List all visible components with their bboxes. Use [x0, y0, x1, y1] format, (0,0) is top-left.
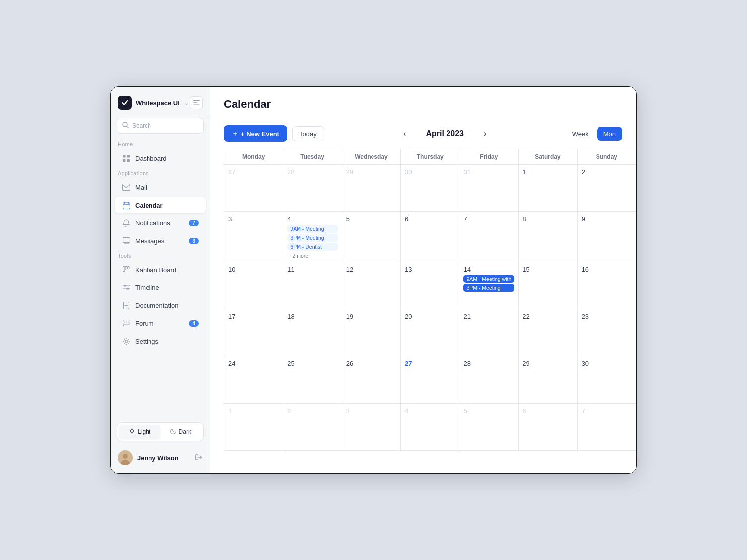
new-event-button[interactable]: ＋ + New Event	[224, 125, 287, 142]
calendar-day-cell[interactable]: 31	[459, 165, 519, 212]
calendar-day-cell[interactable]: 3	[342, 404, 401, 451]
calendar-day-cell[interactable]: 5	[342, 212, 401, 262]
day-number: 22	[523, 313, 573, 320]
svg-rect-2	[193, 105, 200, 106]
notifications-badge: 7	[189, 220, 199, 226]
calendar-day-cell[interactable]: 49AM - Meeting3PM - Meeting6PM - Dentist…	[283, 212, 342, 262]
day-number: 15	[523, 266, 573, 273]
day-number: 1	[228, 407, 279, 415]
day-number: 17	[228, 313, 279, 320]
calendar-day-cell[interactable]: 30	[401, 165, 459, 212]
doc-icon	[122, 301, 131, 310]
avatar	[118, 450, 133, 465]
calendar-day-cell[interactable]: 28	[459, 356, 519, 404]
calendar-event[interactable]: 3PM - Meeting	[287, 234, 337, 242]
calendar-day-cell[interactable]: 13	[401, 262, 459, 309]
logo-area: Whitespace UI ⌄	[118, 96, 189, 110]
calendar-day-header: Sunday	[578, 149, 636, 165]
day-number: 8	[523, 215, 573, 223]
calendar-day-cell[interactable]: 6	[401, 212, 459, 262]
logout-button[interactable]	[195, 453, 203, 463]
calendar-day-cell[interactable]: 28	[283, 165, 342, 212]
sidebar-item-messages[interactable]: Messages 3	[115, 232, 206, 249]
calendar-day-cell[interactable]: 25	[283, 356, 342, 404]
day-number: 21	[463, 313, 514, 320]
svg-rect-14	[123, 238, 130, 243]
calendar-day-cell[interactable]: 9	[578, 212, 636, 262]
sidebar-item-kanban[interactable]: Kanban Board	[115, 261, 206, 278]
app-name-chevron: ⌄	[184, 100, 189, 106]
calendar-day-cell[interactable]: 24	[224, 356, 283, 404]
svg-line-4	[127, 126, 128, 128]
calendar-event[interactable]: 9AM - Meeting with	[463, 275, 514, 283]
sidebar-item-calendar[interactable]: Calendar	[115, 197, 206, 213]
calendar-day-cell[interactable]: 21	[459, 309, 519, 356]
calendar-day-cell[interactable]: 20	[401, 309, 459, 356]
calendar-day-cell[interactable]: 1	[519, 165, 577, 212]
day-number: 12	[346, 266, 396, 273]
next-month-button[interactable]: ›	[478, 127, 492, 140]
calendar-day-cell[interactable]: 8	[519, 212, 577, 262]
sidebar-item-documentation[interactable]: Documentation	[115, 297, 206, 314]
calendar-label: Calendar	[135, 202, 163, 209]
theme-dark-button[interactable]: Dark	[160, 425, 202, 439]
calendar-day-cell[interactable]: 7	[459, 212, 519, 262]
page-title: Calendar	[224, 98, 271, 110]
day-number: 9	[582, 215, 632, 223]
calendar-day-cell[interactable]: 6	[519, 404, 577, 451]
calendar-day-cell[interactable]: 11	[283, 262, 342, 309]
svg-rect-7	[127, 155, 130, 158]
calendar-day-cell[interactable]: 29	[342, 165, 401, 212]
calendar-day-cell[interactable]: 10	[224, 262, 283, 309]
calendar-day-cell[interactable]: 29	[519, 356, 577, 404]
svg-rect-16	[125, 267, 127, 270]
calendar-day-cell[interactable]: 149AM - Meeting with3PM - Meeting	[459, 262, 519, 309]
kanban-icon	[122, 265, 131, 274]
day-number: 29	[523, 360, 573, 367]
month-navigation: ‹ April 2023 ›	[398, 127, 492, 140]
calendar-day-cell[interactable]: 3	[224, 212, 283, 262]
week-view-button[interactable]: Week	[566, 127, 595, 141]
day-number: 27	[228, 168, 279, 176]
calendar-day-cell[interactable]: 2	[283, 404, 342, 451]
today-button[interactable]: Today	[292, 126, 324, 141]
calendar-day-cell[interactable]: 4	[401, 404, 459, 451]
calendar-day-cell[interactable]: 30	[578, 356, 636, 404]
prev-month-button[interactable]: ‹	[398, 127, 412, 140]
calendar-event[interactable]: 9AM - Meeting	[287, 225, 337, 233]
calendar-day-cell[interactable]: 12	[342, 262, 401, 309]
sidebar-item-notifications[interactable]: Notifications 7	[115, 214, 206, 231]
calendar-day-cell[interactable]: 27	[224, 165, 283, 212]
calendar-day-cell[interactable]: 5	[459, 404, 519, 451]
svg-rect-1	[193, 102, 197, 103]
calendar-day-cell[interactable]: 19	[342, 309, 401, 356]
calendar-day-cell[interactable]: 1	[224, 404, 283, 451]
search-placeholder: Search	[132, 122, 151, 129]
sidebar-item-dashboard[interactable]: Dashboard	[115, 150, 206, 167]
main-content: Calendar ＋ + New Event Today ‹ April 202…	[210, 87, 636, 473]
calendar-day-cell[interactable]: 16	[578, 262, 636, 309]
sidebar-item-settings[interactable]: Settings	[115, 333, 206, 350]
calendar-day-cell[interactable]: 23	[578, 309, 636, 356]
calendar-event[interactable]: 6PM - Dentist	[287, 243, 337, 251]
calendar-event[interactable]: 3PM - Meeting	[463, 284, 514, 292]
calendar-day-cell[interactable]: 17	[224, 309, 283, 356]
day-number: 30	[582, 360, 632, 367]
sidebar-toggle-button[interactable]	[190, 96, 203, 109]
calendar-day-cell[interactable]: 18	[283, 309, 342, 356]
calendar-day-cell[interactable]: 22	[519, 309, 577, 356]
month-view-button[interactable]: Mon	[597, 127, 622, 141]
sidebar-item-timeline[interactable]: Timeline	[115, 279, 206, 296]
sidebar-item-mail[interactable]: Mail	[115, 179, 206, 196]
svg-rect-15	[123, 267, 125, 272]
section-apps-label: Applications	[111, 167, 210, 178]
more-events-label[interactable]: +2 more	[287, 252, 337, 260]
search-box[interactable]: Search	[117, 118, 204, 134]
sidebar-item-forum[interactable]: Forum 4	[115, 315, 206, 332]
calendar-day-cell[interactable]: 15	[519, 262, 577, 309]
calendar-day-cell[interactable]: 27	[401, 356, 459, 404]
calendar-day-cell[interactable]: 7	[578, 404, 636, 451]
calendar-day-cell[interactable]: 2	[578, 165, 636, 212]
theme-light-button[interactable]: Light	[119, 425, 160, 439]
calendar-day-cell[interactable]: 26	[342, 356, 401, 404]
